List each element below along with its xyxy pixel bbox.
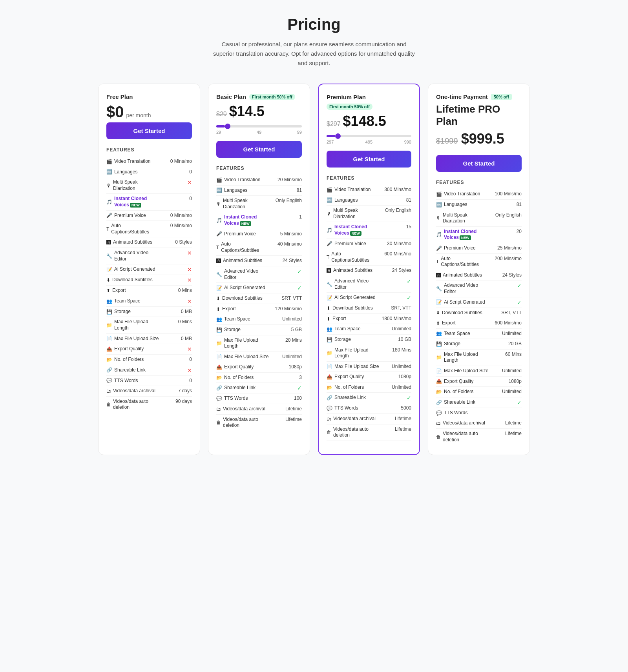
feature-label: Export <box>332 316 346 322</box>
price-slider[interactable]: 294999 <box>216 125 302 135</box>
feature-left: 🎵 Instant Cloned VoicesNEW <box>436 229 489 241</box>
cross-icon: ✕ <box>187 277 192 283</box>
feature-left: T Auto Captions/Subtitles <box>216 241 269 253</box>
feature-row: 💬 TTS Words 0 <box>106 376 192 386</box>
feature-value: 300 Mins/mo <box>384 187 411 192</box>
feature-icon: 💬 <box>216 396 222 401</box>
cross-icon: ✕ <box>187 367 192 373</box>
feature-row: 🎤 Premium Voice 25 Mins/mo <box>436 243 522 254</box>
feature-icon: 📂 <box>216 375 222 381</box>
feature-value: 1 <box>299 214 302 220</box>
feature-row: 🔤 Languages 81 <box>216 186 302 196</box>
cta-button[interactable]: Get Started <box>216 141 302 158</box>
feature-icon: ⬆ <box>327 316 330 322</box>
feature-label: Multi Speak Diarization <box>113 179 159 191</box>
feature-left: 🗂 Videos/data archival <box>216 406 265 412</box>
feature-row: 🎵 Instant Cloned VoicesNEW 1 <box>216 212 302 229</box>
feature-left: 🎙 Multi Speak Diarization <box>327 208 379 220</box>
feature-label: Max File Upload Size <box>114 336 159 342</box>
feature-value: 0 MB <box>181 336 192 341</box>
feature-icon: 🗂 <box>436 421 441 426</box>
feature-left: 📄 Max File Upload Size <box>327 364 379 370</box>
cta-button[interactable]: Get Started <box>327 151 411 168</box>
feature-icon: 📤 <box>216 364 222 370</box>
feature-value: 20 Mins/mo <box>277 177 302 182</box>
feature-row: 🗑 Videos/data auto deletion Lifetime <box>436 429 522 445</box>
feature-label: No. of Folders <box>444 389 473 395</box>
feature-value: 81 <box>406 197 411 203</box>
plan-name: Premium Plan <box>327 94 366 100</box>
price-slider[interactable]: 297495990 <box>327 135 411 144</box>
feature-left: 📝 Ai Script Generated <box>327 295 376 301</box>
feature-label: Ai Script Generated <box>114 266 155 273</box>
feature-row: 🎵 Instant Cloned VoicesNEW 0 <box>106 194 192 210</box>
feature-row: 📁 Max File Upload Length 180 Mins <box>327 345 411 362</box>
feature-row: 💾 Storage 5 GB <box>216 325 302 335</box>
feature-value: Lifetime <box>505 431 522 436</box>
feature-value: 1080p <box>398 374 411 379</box>
feature-row: ⬇ Download Subtitles SRT, VTT <box>327 303 411 314</box>
feature-left: 💾 Storage <box>327 337 351 343</box>
feature-value: 7 days <box>178 388 192 393</box>
feature-label: Auto Captions/Subtitles <box>221 241 269 253</box>
feature-row: 📝 Ai Script Generated ✓ <box>216 283 302 293</box>
feature-label: Download Subtitles <box>112 277 153 283</box>
feature-row: 🗂 Videos/data archival Lifetime <box>436 418 522 429</box>
feature-icon: ⬇ <box>436 310 440 315</box>
feature-left: 🗑 Videos/data auto deletion <box>436 431 489 443</box>
cta-button[interactable]: Get Started <box>436 155 522 172</box>
plan-name: One-time Payment <box>436 93 488 100</box>
feature-label: TTS Words <box>114 378 138 384</box>
feature-row: 🗂 Videos/data archival Lifetime <box>327 414 411 424</box>
feature-icon: 💾 <box>216 327 222 333</box>
feature-icon: 📁 <box>436 355 442 360</box>
plan-card-premium: Premium Plan First month 50% off $297 $1… <box>318 84 420 455</box>
feature-label: Multi Speak Diarization <box>333 208 379 220</box>
feature-row: 🎵 Instant Cloned VoicesNEW 15 <box>327 222 411 239</box>
feature-row: 📂 No. of Folders Unlimited <box>436 387 522 397</box>
feature-row: 🎤 Premium Voice 5 Mins/mo <box>216 229 302 240</box>
feature-left: T Auto Captions/Subtitles <box>436 256 489 268</box>
feature-icon: 🔤 <box>106 169 112 175</box>
feature-label: Export Quality <box>114 346 144 352</box>
feature-value: 81 <box>517 202 522 207</box>
feature-row: 💬 TTS Words 100 <box>216 393 302 404</box>
feature-icon: 📁 <box>106 322 112 328</box>
feature-left: T Auto Captions/Subtitles <box>106 223 159 235</box>
features-title: FEATURES <box>436 180 522 185</box>
feature-row: 📤 Export Quality ✕ <box>106 344 192 355</box>
feature-icon: 📝 <box>106 267 112 272</box>
feature-label: Team Space <box>334 326 361 332</box>
feature-left: ⬆ Export <box>106 288 126 294</box>
feature-value: 0 <box>189 357 192 362</box>
feature-row: 📁 Max File Upload Length 0 Mins <box>106 317 192 333</box>
plan-card-basic: Basic Plan First month 50% off $29 $14.5… <box>208 84 310 455</box>
feature-label: Max File Upload Length <box>334 347 379 359</box>
feature-row: 🎙 Multi Speak Diarization Only English <box>327 206 411 222</box>
feature-row: ⬆ Export 600 Mins/mo <box>436 318 522 329</box>
feature-icon: 🅰 <box>106 240 111 245</box>
feature-left: 🔤 Languages <box>106 169 137 175</box>
feature-icon: ⬇ <box>327 306 330 311</box>
feature-left: T Auto Captions/Subtitles <box>327 251 379 263</box>
feature-icon: 💬 <box>327 406 332 411</box>
feature-left: 🔧 Advanced Video Editor <box>106 250 159 262</box>
feature-label: Download Subtitles <box>332 305 373 311</box>
feature-row: 📁 Max File Upload Length 60 Mins <box>436 350 522 366</box>
feature-left: 🎤 Premium Voice <box>436 245 476 251</box>
cta-button[interactable]: Get Started <box>106 122 192 139</box>
feature-row: 📂 No. of Folders 0 <box>106 355 192 365</box>
feature-label: Animated Subtitles <box>443 272 482 279</box>
feature-label: Storage <box>444 341 460 347</box>
price-main: $148.5 <box>343 113 386 129</box>
feature-value: Lifetime <box>285 406 302 412</box>
feature-row: 🔧 Advanced Video Editor ✓ <box>436 280 522 297</box>
feature-icon: 🗑 <box>106 402 111 407</box>
feature-left: 💬 TTS Words <box>106 378 138 384</box>
feature-value: 600 Mins/mo <box>384 251 411 257</box>
feature-value: 0 <box>189 169 192 175</box>
feature-value: Lifetime <box>285 417 302 422</box>
features-title: FEATURES <box>216 166 302 171</box>
feature-icon: 📤 <box>106 346 112 352</box>
feature-label: Video Translation <box>334 187 371 193</box>
